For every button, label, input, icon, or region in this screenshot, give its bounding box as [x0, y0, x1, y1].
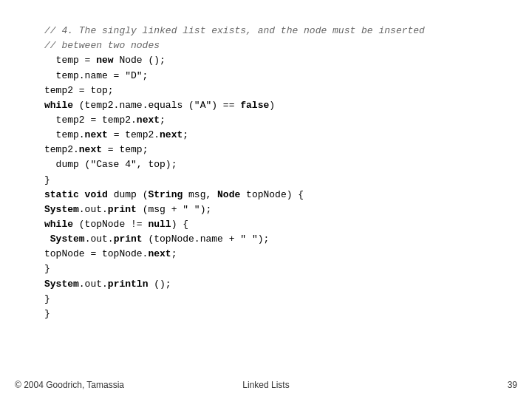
footer: © 2004 Goodrich, Tamassia Linked Lists 3… [0, 380, 532, 390]
code-line-12: static void dump (String msg, Node topNo… [44, 189, 304, 200]
footer-center: Linked Lists [242, 380, 289, 390]
main-content: // 4. The singly linked list exists, and… [0, 0, 532, 366]
code-line-8: temp.next = temp2.next; [44, 129, 188, 140]
code-line-19: } [44, 293, 50, 304]
code-line-10: dump ("Case 4", top); [44, 159, 177, 170]
footer-left: © 2004 Goodrich, Tamassia [15, 380, 124, 390]
code-line-20: } [44, 308, 50, 319]
code-line-15: System.out.print (topNode.name + " "); [44, 233, 269, 245]
code-line-7: temp2 = temp2.next; [44, 115, 166, 126]
code-line-4: temp.name = "D"; [44, 70, 148, 81]
footer-right: 39 [508, 380, 517, 390]
code-line-11: } [44, 174, 50, 185]
code-line-5: temp2 = top; [44, 85, 114, 96]
code-line-14: while (topNode != null) { [44, 219, 188, 230]
code-line-9: temp2.next = temp; [44, 144, 148, 155]
code-line-18: System.out.println (); [44, 279, 171, 290]
code-line-16: topNode = topNode.next; [44, 248, 177, 259]
code-line-3: temp = new Node (); [44, 55, 166, 66]
comment-line-1: // 4. The singly linked list exists, and… [44, 25, 425, 36]
code-line-6: while (temp2.name.equals ("A") == false) [44, 100, 275, 111]
code-line-13: System.out.print (msg + " "); [44, 204, 211, 215]
comment-line-2: // between two nodes [44, 40, 160, 51]
code-block: // 4. The singly linked list exists, and… [44, 9, 488, 336]
code-line-17: } [44, 263, 50, 274]
